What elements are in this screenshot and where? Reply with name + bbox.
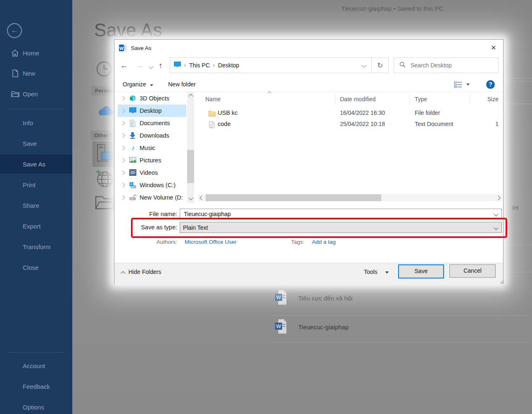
- browse-folder-icon[interactable]: [95, 193, 116, 212]
- file-name-input[interactable]: [183, 210, 494, 218]
- view-mode-icon[interactable]: [454, 81, 462, 90]
- expander-icon[interactable]: [120, 170, 125, 175]
- sidebar-item-info[interactable]: Info: [0, 116, 72, 130]
- sidebar-item-options[interactable]: Options: [0, 400, 72, 414]
- expander-icon[interactable]: [120, 145, 125, 150]
- expander-icon[interactable]: [120, 133, 125, 138]
- sidebar-item-label: Print: [23, 181, 36, 188]
- view-mode-chevron-icon[interactable]: [466, 83, 470, 86]
- tree-item-label: 3D Objects: [140, 95, 169, 102]
- sidebar-item-account[interactable]: Account: [0, 359, 72, 373]
- help-icon[interactable]: ?: [486, 80, 495, 89]
- close-icon[interactable]: [487, 42, 500, 53]
- file-type: Text Document: [415, 121, 453, 127]
- nav-up-icon[interactable]: ↑: [159, 61, 163, 70]
- tools-chevron-icon: [385, 271, 389, 274]
- tree-item-documents[interactable]: Documents: [118, 117, 186, 129]
- window-caption: Tieuecuc-giaiphap • Saved to this PC: [252, 5, 532, 12]
- save-button[interactable]: Save: [398, 264, 444, 278]
- recent-file-name[interactable]: Tieuecuc-giaiphap: [298, 324, 349, 331]
- new-folder-button[interactable]: New folder: [168, 81, 196, 88]
- tree-item-3d-objects[interactable]: 3D Objects: [118, 92, 186, 105]
- sidebar-item-share[interactable]: Share: [0, 198, 72, 212]
- expander-icon[interactable]: [120, 158, 125, 162]
- expander-icon[interactable]: [120, 183, 125, 187]
- dialog-footer: Hide Folders Tools Save Cancel: [114, 263, 503, 284]
- scroll-down-icon[interactable]: [188, 195, 193, 200]
- text-document-icon: [209, 121, 214, 130]
- column-header-name[interactable]: Name: [205, 96, 221, 102]
- drive-windows-icon: [129, 182, 137, 188]
- tree-scrollbar[interactable]: [187, 92, 194, 203]
- dialog-nav-row: ← → ↑ › This PC › Desktop ↻: [114, 57, 503, 76]
- expander-icon[interactable]: [120, 195, 125, 200]
- bg-text-fragment: IH: [512, 204, 518, 211]
- tags-label: Tags:: [277, 239, 304, 245]
- sidebar-item-home[interactable]: Home: [0, 46, 72, 60]
- tree-item-videos[interactable]: Videos: [118, 167, 186, 179]
- file-date: 25/04/2022 10:18: [340, 121, 385, 127]
- add-tag-link[interactable]: Add a tag: [312, 239, 336, 245]
- scroll-left-icon[interactable]: [200, 195, 204, 200]
- column-header-type[interactable]: Type: [415, 96, 427, 102]
- sidebar-item-export[interactable]: Export: [0, 219, 72, 233]
- sidebar-item-save[interactable]: Save: [0, 136, 72, 150]
- tree-item-label: Documents: [140, 120, 170, 126]
- expander-icon[interactable]: [120, 108, 125, 113]
- expander-icon[interactable]: [120, 96, 125, 100]
- column-divider[interactable]: [409, 94, 410, 105]
- sidebar-item-print[interactable]: Print: [0, 178, 72, 192]
- sidebar-item-feedback[interactable]: Feedback: [0, 379, 72, 393]
- back-button[interactable]: [7, 23, 22, 38]
- tree-item-new-volume-d[interactable]: New Volume (D:: [118, 191, 186, 204]
- column-divider[interactable]: [335, 94, 335, 105]
- tree-item-windows-c[interactable]: Windows (C:): [118, 179, 186, 191]
- refresh-icon[interactable]: ↻: [372, 61, 388, 70]
- tree-item-desktop[interactable]: Desktop: [118, 105, 186, 117]
- column-header-size[interactable]: Size: [474, 96, 499, 102]
- organize-button[interactable]: Organize: [123, 81, 153, 88]
- sidebar-item-new[interactable]: New: [0, 66, 72, 80]
- this-pc-tile[interactable]: [93, 141, 114, 167]
- search-box[interactable]: [394, 57, 499, 73]
- tools-button[interactable]: Tools: [364, 269, 378, 275]
- sidebar-item-save-as[interactable]: Save As: [0, 155, 72, 174]
- resize-grip[interactable]: [499, 279, 502, 282]
- address-dropdown-chevron-icon[interactable]: [361, 63, 366, 67]
- word-backstage-screen: Tieuecuc-giaiphap • Saved to this PC Sav…: [0, 0, 532, 414]
- hide-folders-button[interactable]: Hide Folders: [128, 269, 161, 275]
- recent-clock-icon[interactable]: [96, 61, 112, 77]
- scroll-up-icon[interactable]: [188, 94, 193, 98]
- open-folder-icon: [11, 90, 19, 98]
- tree-item-label: Windows (C:): [140, 182, 176, 188]
- sidebar-item-open[interactable]: Open: [0, 87, 72, 101]
- tree-item-music[interactable]: ♪ Music: [118, 142, 186, 154]
- breadcrumb-desktop[interactable]: Desktop: [218, 62, 239, 69]
- nav-history-chevron-icon[interactable]: [149, 64, 153, 69]
- column-header-date-modified[interactable]: Date modified: [340, 96, 375, 102]
- drive-icon: [129, 194, 137, 201]
- sidebar-item-close[interactable]: Close: [0, 260, 72, 274]
- dialog-title-bar[interactable]: W Save As: [114, 40, 503, 56]
- tree-item-downloads[interactable]: Downloads: [118, 129, 186, 142]
- scroll-right-icon[interactable]: [496, 195, 500, 200]
- column-divider[interactable]: [470, 94, 470, 105]
- scrollbar-thumb[interactable]: [187, 150, 194, 183]
- sidebar-item-transform[interactable]: Transform: [0, 240, 72, 254]
- cancel-button[interactable]: Cancel: [449, 264, 496, 278]
- nav-back-icon[interactable]: ←: [120, 61, 128, 70]
- recent-file-name[interactable]: Tiêu cực đến xã hội: [298, 295, 352, 302]
- file-list-h-scrollbar[interactable]: [198, 194, 502, 201]
- scrollbar-thumb[interactable]: [206, 194, 381, 201]
- file-name-dropdown-chevron-icon[interactable]: [494, 212, 498, 216]
- authors-value[interactable]: Microsoft Office User: [185, 239, 237, 245]
- expander-icon[interactable]: [120, 121, 125, 125]
- onedrive-cloud-icon[interactable]: [95, 105, 114, 119]
- address-bar[interactable]: › This PC › Desktop ↻: [170, 57, 389, 73]
- nav-forward-icon[interactable]: →: [136, 61, 144, 70]
- tree-item-pictures[interactable]: Pictures: [118, 154, 186, 167]
- breadcrumb-this-pc[interactable]: This PC: [189, 62, 210, 69]
- search-input[interactable]: [410, 62, 490, 69]
- add-place-globe-icon[interactable]: [94, 168, 114, 190]
- tree-item-label: Desktop: [140, 107, 162, 114]
